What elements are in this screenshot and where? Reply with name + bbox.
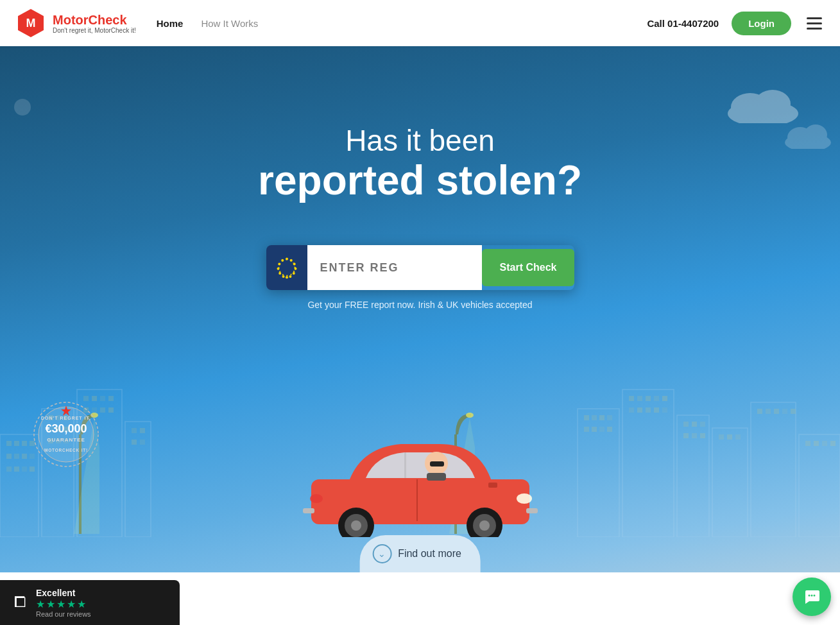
svg-rect-121 xyxy=(404,452,406,478)
svg-point-25 xyxy=(294,268,296,270)
svg-rect-81 xyxy=(629,396,634,401)
eu-stars-icon xyxy=(275,256,298,279)
svg-rect-35 xyxy=(6,441,12,446)
login-button[interactable]: Login xyxy=(732,12,791,35)
search-bar-wrap: Start Check xyxy=(266,245,574,290)
svg-point-31 xyxy=(277,268,279,270)
reg-input[interactable] xyxy=(307,245,482,290)
svg-point-8 xyxy=(14,99,31,116)
svg-rect-82 xyxy=(637,396,642,401)
svg-rect-73 xyxy=(592,415,597,420)
svg-rect-76 xyxy=(584,427,589,432)
svg-rect-44 xyxy=(14,467,19,472)
hamburger-menu-button[interactable] xyxy=(804,15,825,32)
hamburger-line-2 xyxy=(807,22,822,24)
logo-tagline: Don't regret it, MotorCheck it! xyxy=(53,27,136,34)
svg-rect-135 xyxy=(526,508,538,513)
hero-text: Has it been reported stolen? xyxy=(258,123,582,203)
trustpilot-stars: ★★★★★ xyxy=(36,598,91,610)
svg-rect-68 xyxy=(140,428,145,433)
svg-rect-100 xyxy=(727,434,732,440)
svg-point-144 xyxy=(809,595,810,597)
svg-text:GUARANTEE: GUARANTEE xyxy=(47,437,85,443)
svg-text:DON'T REGRET IT,: DON'T REGRET IT, xyxy=(41,416,91,421)
svg-rect-105 xyxy=(774,409,779,414)
trustpilot-reviews: Read our reviews xyxy=(36,610,91,618)
eu-flag xyxy=(266,245,307,290)
svg-point-125 xyxy=(351,520,361,531)
trustpilot-excellent: Excellent xyxy=(36,588,91,598)
nav-links: Home How It Works xyxy=(157,18,647,29)
svg-point-28 xyxy=(286,276,288,278)
start-check-button[interactable]: Start Check xyxy=(482,249,574,286)
svg-rect-69 xyxy=(132,440,137,445)
svg-point-27 xyxy=(289,275,291,278)
chat-button[interactable] xyxy=(793,578,831,616)
svg-rect-45 xyxy=(22,467,27,472)
svg-rect-88 xyxy=(646,407,651,413)
svg-rect-70 xyxy=(140,440,145,445)
search-bar: Start Check xyxy=(266,245,574,290)
svg-rect-40 xyxy=(14,454,19,459)
hero-title-line1: Has it been xyxy=(258,123,582,158)
svg-rect-61 xyxy=(108,396,114,401)
svg-rect-36 xyxy=(14,441,19,446)
svg-rect-78 xyxy=(599,427,604,432)
svg-rect-134 xyxy=(488,483,497,488)
svg-point-23 xyxy=(289,259,292,262)
svg-rect-89 xyxy=(654,407,659,413)
hamburger-line-3 xyxy=(807,28,822,30)
logo-text: MotorCheck xyxy=(53,13,136,27)
nav-home[interactable]: Home xyxy=(157,18,184,29)
svg-point-146 xyxy=(814,595,816,597)
trustpilot-icon: ⧠ xyxy=(13,594,27,611)
chat-icon xyxy=(803,588,821,606)
svg-point-33 xyxy=(281,259,284,262)
svg-rect-95 xyxy=(683,433,689,438)
svg-rect-83 xyxy=(646,396,651,401)
svg-point-32 xyxy=(278,263,280,266)
trustpilot-bar[interactable]: ⧠ Excellent ★★★★★ Read our reviews xyxy=(0,580,180,625)
hero-section: Has it been reported stolen? xyxy=(0,46,840,572)
svg-rect-104 xyxy=(766,409,771,414)
hero-title-line2: reported stolen? xyxy=(258,158,582,203)
svg-text:€30,000: €30,000 xyxy=(45,422,87,435)
svg-point-29 xyxy=(282,275,284,278)
svg-rect-106 xyxy=(782,409,787,414)
svg-rect-75 xyxy=(607,415,612,420)
svg-rect-85 xyxy=(662,396,667,401)
svg-rect-67 xyxy=(132,428,137,433)
logo[interactable]: M MotorCheck Don't regret it, MotorCheck… xyxy=(15,8,136,39)
chevron-down-icon: ⌄ xyxy=(372,544,391,563)
svg-point-9 xyxy=(276,257,296,278)
nav-how-it-works[interactable]: How It Works xyxy=(201,18,258,29)
svg-text:M: M xyxy=(26,17,36,30)
find-out-more-label: Find out more xyxy=(398,548,461,560)
navbar: M MotorCheck Don't regret it, MotorCheck… xyxy=(0,0,840,46)
svg-rect-109 xyxy=(805,441,810,446)
svg-rect-107 xyxy=(791,409,796,414)
svg-point-129 xyxy=(517,493,532,504)
svg-rect-101 xyxy=(735,434,741,440)
car-illustration xyxy=(298,409,542,537)
svg-rect-87 xyxy=(637,407,642,413)
svg-rect-136 xyxy=(303,508,314,513)
svg-rect-84 xyxy=(654,396,659,401)
svg-rect-77 xyxy=(592,427,597,432)
svg-point-145 xyxy=(811,595,813,597)
svg-point-26 xyxy=(292,272,295,275)
svg-rect-102 xyxy=(751,402,796,537)
find-out-more-button[interactable]: ⌄ Find out more xyxy=(359,535,481,572)
logo-icon: M xyxy=(15,8,46,39)
svg-rect-71 xyxy=(578,409,619,537)
svg-rect-72 xyxy=(584,415,589,420)
svg-point-22 xyxy=(286,258,288,261)
svg-rect-92 xyxy=(683,422,689,427)
svg-rect-37 xyxy=(22,441,27,446)
svg-rect-110 xyxy=(814,441,819,446)
nav-phone: Call 01-4407200 xyxy=(647,18,719,29)
svg-point-24 xyxy=(293,263,295,266)
svg-point-128 xyxy=(479,520,490,531)
cloud-right xyxy=(724,85,801,126)
cloud-right-small xyxy=(782,123,834,151)
